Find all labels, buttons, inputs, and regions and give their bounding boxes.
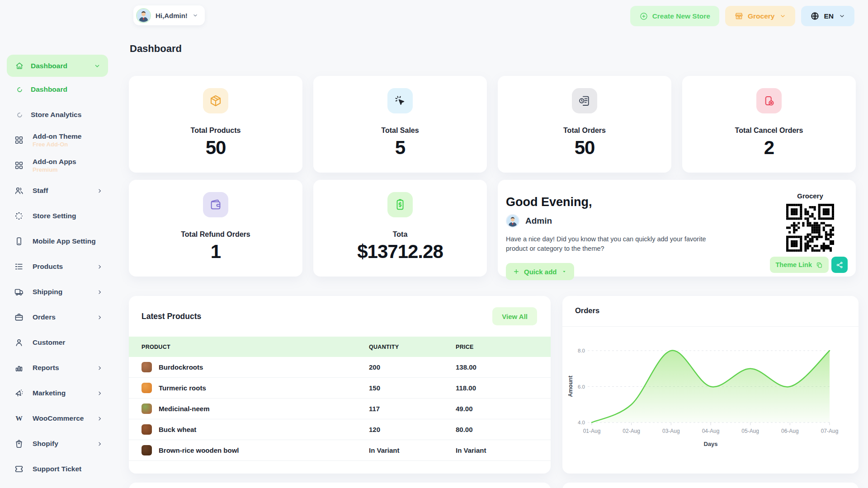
sidebar-item-label: Add-on Theme bbox=[33, 132, 82, 141]
sidebar-item-marketing[interactable]: Marketing bbox=[0, 384, 118, 402]
sidebar-group-dashboard[interactable]: Dashboard bbox=[7, 55, 108, 77]
sidebar-item-support-ticket[interactable]: Support Ticket bbox=[0, 460, 118, 478]
sidebar-item-shopify[interactable]: Shopify bbox=[0, 435, 118, 453]
user-menu[interactable]: Hi,Admin! bbox=[133, 5, 205, 25]
sidebar-item-customer[interactable]: Customer bbox=[0, 333, 118, 352]
sidebar-item-reports[interactable]: Reports bbox=[0, 359, 118, 377]
invoice-dollar-icon bbox=[393, 198, 407, 211]
table-header: PRODUCT QUANTITY PRICE bbox=[129, 337, 551, 357]
table-row[interactable]: Medicinal-neem11749.00 bbox=[129, 399, 551, 419]
quick-add-button[interactable]: Quick add bbox=[506, 263, 574, 280]
stat-label: Total Orders bbox=[563, 127, 606, 135]
svg-text:02-Aug: 02-Aug bbox=[623, 428, 640, 434]
language-label: EN bbox=[824, 12, 834, 20]
megaphone-icon bbox=[14, 388, 24, 398]
package-icon bbox=[209, 94, 222, 108]
sidebar-item-add-on-theme[interactable]: Add-on ThemeFree Add-On bbox=[0, 131, 118, 149]
product-thumbnail bbox=[142, 445, 152, 455]
product-thumbnail bbox=[142, 404, 152, 414]
grid-icon bbox=[14, 160, 24, 170]
ticket-icon bbox=[14, 464, 24, 474]
user-icon bbox=[14, 338, 24, 347]
briefcase-icon bbox=[14, 312, 24, 322]
stat-label: Total Sales bbox=[381, 127, 419, 135]
mobile-icon bbox=[14, 236, 24, 246]
col-product: PRODUCT bbox=[142, 344, 369, 350]
theme-link-button[interactable]: Theme Link bbox=[770, 257, 829, 273]
chevron-right-icon bbox=[96, 415, 103, 422]
sidebar-item-label: Dashboard bbox=[31, 85, 67, 94]
svg-text:07-Aug: 07-Aug bbox=[821, 428, 839, 434]
sidebar-item-store-analytics[interactable]: Store Analytics bbox=[0, 106, 118, 124]
truck-icon bbox=[14, 287, 24, 297]
sidebar-item-label: Products bbox=[33, 262, 63, 271]
col-quantity: QUANTITY bbox=[369, 344, 456, 350]
sidebar-item-store-setting[interactable]: Store Setting bbox=[0, 207, 118, 225]
sidebar-item-mobile-app-setting[interactable]: Mobile App Setting bbox=[0, 232, 118, 250]
product-quantity: 117 bbox=[369, 405, 456, 413]
stat-card-total-sales: Total Sales5 bbox=[313, 76, 487, 173]
product-price: 49.00 bbox=[456, 405, 551, 413]
table-row[interactable]: Brown-rice wooden bowlIn VariantIn Varia… bbox=[129, 440, 551, 461]
svg-text:04-Aug: 04-Aug bbox=[702, 428, 720, 434]
sidebar-item-orders[interactable]: Orders bbox=[0, 308, 118, 326]
product-quantity: 150 bbox=[369, 384, 456, 392]
sidebar-item-shipping[interactable]: Shipping bbox=[0, 283, 118, 301]
view-all-button[interactable]: View All bbox=[492, 307, 537, 325]
stat-value: $13712.28 bbox=[357, 241, 443, 263]
user-avatar bbox=[136, 8, 151, 23]
order-history-icon-tile bbox=[572, 88, 597, 113]
page-title: Dashboard bbox=[130, 43, 182, 55]
table-row[interactable]: Burdockroots200138.00 bbox=[129, 357, 551, 378]
share-button[interactable] bbox=[831, 257, 848, 273]
svg-text:6.0: 6.0 bbox=[578, 384, 585, 389]
svg-text:06-Aug: 06-Aug bbox=[781, 428, 799, 434]
sidebar-item-add-on-apps[interactable]: Add-on AppsPremium bbox=[0, 156, 118, 174]
sidebar-item-label: Shopify bbox=[33, 439, 58, 448]
wallet-icon bbox=[209, 198, 222, 211]
product-name: Brown-rice wooden bowl bbox=[159, 446, 239, 454]
orders-chart-title: Orders bbox=[562, 296, 859, 315]
dots-circle-icon bbox=[14, 211, 24, 221]
sidebar-item-dashboard[interactable]: Dashboard bbox=[0, 80, 118, 99]
sidebar-item-staff[interactable]: Staff bbox=[0, 182, 118, 200]
stat-label: Total Cancel Orders bbox=[735, 127, 803, 135]
store-switcher-button[interactable]: Grocery bbox=[725, 6, 795, 26]
sidebar-group-label: Dashboard bbox=[31, 62, 67, 70]
stat-value: 1 bbox=[211, 241, 221, 263]
sidebar-item-label: Add-on Apps bbox=[33, 157, 76, 166]
stat-card-tota: Tota$13712.28 bbox=[313, 180, 487, 277]
svg-text:01-Aug: 01-Aug bbox=[583, 428, 601, 434]
language-selector-button[interactable]: EN bbox=[801, 6, 854, 26]
chevron-down-icon bbox=[839, 13, 845, 19]
chevron-down-icon bbox=[779, 13, 786, 19]
share-icon bbox=[835, 261, 844, 269]
package-icon-tile bbox=[203, 88, 228, 113]
stat-value: 50 bbox=[575, 137, 595, 159]
loader-icon bbox=[16, 86, 23, 93]
product-price: 80.00 bbox=[456, 426, 551, 433]
stat-label: Total Refund Orders bbox=[181, 230, 250, 239]
sidebar-item-label: Marketing bbox=[33, 389, 66, 397]
sidebar-item-label: Staff bbox=[33, 186, 48, 195]
sidebar-item-products[interactable]: Products bbox=[0, 258, 118, 276]
svg-text:Amount: Amount bbox=[567, 375, 574, 397]
user-greeting: Hi,Admin! bbox=[156, 12, 188, 19]
table-body: Burdockroots200138.00Turmeric roots15011… bbox=[129, 357, 551, 461]
order-history-icon bbox=[578, 94, 591, 108]
product-name: Turmeric roots bbox=[159, 384, 206, 392]
product-price: 118.00 bbox=[456, 384, 551, 392]
create-new-store-button[interactable]: Create New Store bbox=[630, 6, 719, 26]
chevron-right-icon bbox=[96, 365, 103, 371]
copy-icon bbox=[816, 261, 823, 269]
table-row[interactable]: Turmeric roots150118.00 bbox=[129, 378, 551, 399]
col-price: PRICE bbox=[456, 344, 551, 350]
sidebar-item-label: Support Ticket bbox=[33, 465, 81, 473]
admin-name: Admin bbox=[525, 216, 552, 226]
svg-text:8.0: 8.0 bbox=[578, 348, 585, 353]
woocommerce-icon: W bbox=[14, 413, 24, 423]
table-row[interactable]: Buck wheat12080.00 bbox=[129, 419, 551, 440]
orders-chart-card: Orders 4.06.08.001-Aug02-Aug03-Aug04-Aug… bbox=[562, 296, 859, 474]
header-actions: Create New Store Grocery EN bbox=[630, 6, 854, 26]
sidebar-item-woocommerce[interactable]: WWooCommerce bbox=[0, 409, 118, 427]
